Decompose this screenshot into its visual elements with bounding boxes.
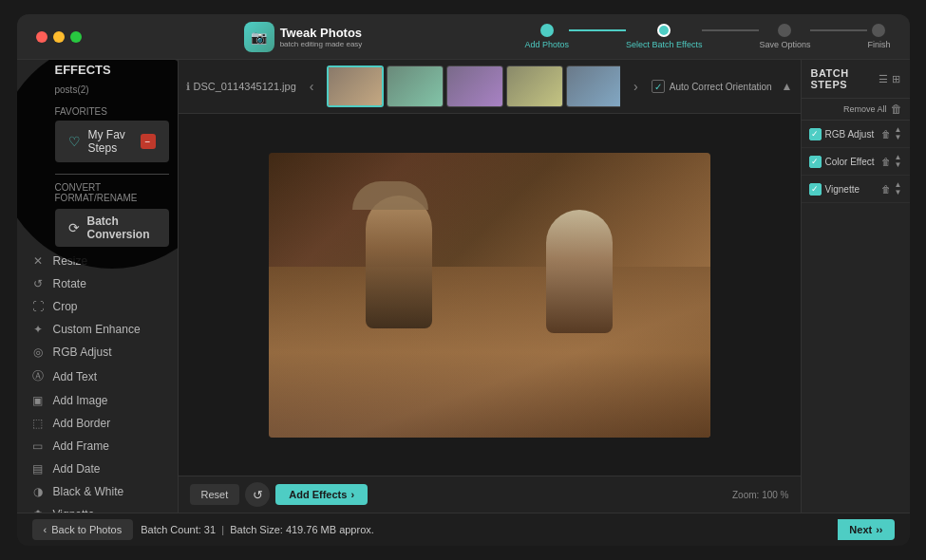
custom-enhance-icon: ✦ (30, 323, 46, 336)
crop-icon: ⛶ (30, 300, 46, 313)
auto-correct-checkbox[interactable]: ✓ (652, 80, 665, 93)
fav-steps-label: My Fav Steps (88, 128, 133, 155)
logo-subtitle: batch editing made easy (280, 40, 363, 48)
step-delete-color[interactable]: 🗑 (881, 157, 891, 167)
batch-step-color-effect: ✓ Color Effect 🗑 ▲ ▼ (802, 148, 910, 176)
image-overlay (269, 153, 710, 438)
logo-title: Tweak Photos (280, 26, 363, 40)
sidebar-item-rgb-adjust[interactable]: ◎ RGB Adjust (17, 341, 178, 364)
batch-conversion-label: Batch Conversion (87, 215, 156, 241)
step-down-vignette[interactable]: ▼ (895, 189, 902, 196)
add-effects-arrow-icon: › (350, 489, 354, 500)
rgb-adjust-icon: ◎ (30, 345, 46, 359)
sidebar-item-label-crop: Crop (53, 300, 78, 313)
batch-conversion-icon: ⟳ (68, 220, 80, 235)
batch-conversion-item[interactable]: ⟳ Batch Conversion (55, 209, 169, 247)
sidebar-item-add-frame[interactable]: ▭ Add Frame (17, 435, 178, 457)
thumbnail-4[interactable] (506, 65, 563, 107)
back-arrow-icon: ‹ (44, 524, 47, 535)
sidebar-item-vignette[interactable]: ✿ Vignette (17, 503, 178, 513)
step-line-3 (810, 29, 867, 31)
logo-icon: 📷 (244, 22, 274, 52)
reset-button[interactable]: Reset (190, 484, 240, 505)
strip-nav-left: ‹ (302, 77, 322, 96)
thumbnail-1[interactable] (327, 65, 384, 107)
center-bottom-bar: Reset ↺ Add Effects › Zoom: 100 % (179, 476, 801, 513)
sidebar-item-add-text[interactable]: Ⓐ Add Text (17, 364, 178, 389)
effect-buttons: Reset ↺ Add Effects › (190, 482, 369, 507)
step-delete-rgb[interactable]: 🗑 (881, 129, 891, 140)
vignette-icon: ✿ (30, 508, 46, 513)
strip-arrow-right[interactable]: › (630, 77, 642, 96)
strip-nav-right: › (626, 77, 646, 96)
sidebar-item-label-vignette: Vignette (53, 508, 95, 513)
fav-minus-icon[interactable]: − (141, 134, 156, 149)
undo-button[interactable]: ↺ (245, 482, 270, 507)
circle-overlay: EFFECTS posts(2) FAVORITES ♡ My Fav Step… (17, 60, 179, 269)
sidebar-item-add-image[interactable]: ▣ Add Image (17, 389, 178, 412)
strip-arrow-left[interactable]: ‹ (306, 77, 318, 96)
sidebar-item-add-border[interactable]: ⬚ Add Border (17, 412, 178, 435)
batch-count-label: Batch Count: (141, 524, 201, 535)
sidebar-item-add-date[interactable]: ▤ Add Date (17, 457, 178, 480)
grid-view-icon[interactable]: ⊞ (892, 73, 900, 85)
add-effects-label: Add Effects (289, 489, 347, 500)
step-down-color[interactable]: ▼ (895, 161, 902, 169)
main-image-area (179, 114, 801, 476)
step-label-3: Save Options (759, 40, 810, 49)
sidebar-item-label-resize: Resize (53, 254, 88, 268)
close-button[interactable] (36, 31, 47, 43)
sidebar-item-resize[interactable]: ✕ Resize (17, 250, 178, 272)
sidebar-item-label-black-white: Black & White (53, 485, 124, 498)
effects-title: EFFECTS (55, 63, 111, 77)
step-actions-color: 🗑 (881, 157, 891, 167)
step-down-rgb[interactable]: ▼ (895, 134, 902, 141)
thumbnail-2[interactable] (387, 65, 444, 107)
checkmark-icon-color: ✓ (811, 157, 819, 166)
add-image-icon: ▣ (30, 394, 46, 407)
remove-all-button[interactable]: Remove All (843, 104, 887, 114)
add-effects-button[interactable]: Add Effects › (275, 484, 368, 505)
checkmark-icon-rgb: ✓ (811, 129, 819, 139)
step-dot-2 (657, 24, 671, 37)
batch-count-value: 31 (204, 524, 216, 535)
right-sidebar: BATCH STEPS ☰ ⊞ Remove All 🗑 ✓ RGB Adjus… (801, 60, 910, 513)
fav-steps-item[interactable]: ♡ My Fav Steps − (55, 121, 169, 162)
thumbnail-3[interactable] (446, 65, 503, 107)
step-line-1 (569, 29, 626, 31)
app-window: 📷 Tweak Photos batch editing made easy A… (17, 14, 910, 546)
child-silhouette-1 (366, 196, 432, 328)
step-delete-vignette[interactable]: 🗑 (881, 184, 891, 195)
heart-icon: ♡ (68, 134, 81, 149)
sidebar-item-rotate[interactable]: ↺ Rotate (17, 272, 178, 295)
sidebar-item-label-add-date: Add Date (53, 462, 101, 476)
next-label: Next (849, 524, 872, 535)
step-checkbox-vignette[interactable]: ✓ (809, 183, 822, 196)
back-to-photos-button[interactable]: ‹ Back to Photos (32, 519, 134, 540)
top-bar-left (36, 31, 82, 43)
main-content: EFFECTS posts(2) FAVORITES ♡ My Fav Step… (17, 60, 910, 513)
photo-thumbnails (327, 65, 620, 107)
sidebar-item-black-white[interactable]: ◑ Black & White (17, 480, 178, 503)
progress-steps: Add Photos Select Batch Effects Save Opt… (525, 24, 891, 49)
step-checkbox-rgb[interactable]: ✓ (809, 128, 822, 140)
maximize-button[interactable] (70, 31, 82, 43)
delete-all-icon[interactable]: 🗑 (891, 103, 902, 116)
zoom-info: Zoom: 100 % (732, 490, 788, 500)
step-arrows-rgb: ▲ ▼ (895, 126, 902, 141)
step-actions-rgb: 🗑 (881, 129, 891, 140)
sidebar-item-crop[interactable]: ⛶ Crop (17, 295, 178, 318)
sidebar-item-custom-enhance[interactable]: ✦ Custom Enhance (17, 318, 178, 341)
collapse-strip-button[interactable]: ▲ (782, 80, 793, 93)
next-button[interactable]: Next ›› (838, 519, 894, 540)
black-white-icon: ◑ (30, 485, 46, 498)
list-view-icon[interactable]: ☰ (879, 73, 888, 85)
minimize-button[interactable] (53, 31, 65, 43)
step-checkbox-color[interactable]: ✓ (809, 156, 822, 168)
sidebar-items-list: ✕ Resize ↺ Rotate ⛶ Crop ✦ Custom Enhanc… (17, 250, 178, 513)
step-actions-vignette: 🗑 (881, 184, 891, 195)
step-add-photos: Add Photos (525, 24, 570, 49)
thumbnail-5[interactable] (566, 65, 620, 107)
batch-info: ‹ Back to Photos Batch Count: 31 | Batch… (32, 519, 374, 540)
top-bar: 📷 Tweak Photos batch editing made easy A… (17, 14, 910, 60)
